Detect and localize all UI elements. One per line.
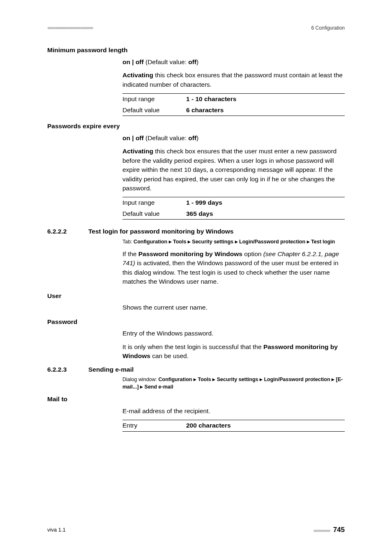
minpw-onoff-val: off	[188, 58, 196, 65]
para-6222: If the Password monitoring by Windows op…	[122, 250, 345, 287]
expire-table: Input range 1 - 999 days Default value 3…	[122, 197, 345, 220]
heading-min-pw-length: Minimum password length	[47, 46, 345, 55]
pw-t2-c: can be used.	[150, 352, 189, 359]
dlg-pre: Dialog window:	[122, 377, 159, 382]
minpw-r1-c2: 1 - 10 characters	[186, 95, 236, 104]
mailto-r1-c2: 200 characters	[186, 421, 231, 430]
user-text: Shows the current user name.	[122, 303, 345, 312]
header-dots: ■■■■■■■■■■■■■■■■■■■■■■	[47, 25, 93, 31]
minpw-onoff-post: )	[196, 58, 198, 65]
heading-6223-title: Sending e-mail	[88, 365, 134, 374]
heading-6223-num: 6.2.2.3	[47, 365, 88, 374]
minpw-desc-pre: Activating	[122, 72, 153, 79]
expire-onoff-post: )	[196, 134, 198, 141]
table-row: Entry 200 characters	[122, 420, 345, 431]
expire-r1-c1: Input range	[122, 198, 186, 207]
heading-pw-expire: Passwords expire every	[47, 122, 345, 131]
tab-pre: Tab:	[122, 239, 134, 245]
page-number: 745	[333, 526, 345, 534]
mailto-table: Entry 200 characters	[122, 420, 345, 431]
p6222-a: If the	[122, 250, 138, 257]
heading-6222: 6.2.2.2 Test login for password monitori…	[47, 227, 345, 236]
expire-desc-rest: this check box ensures that the user mus…	[122, 148, 337, 192]
expire-desc: Activating this check box ensures that t…	[122, 147, 345, 193]
pw-text2: It is only when the test login is succes…	[122, 342, 345, 361]
page-footer: viva 1.1 ■■■■■■■■ 745	[47, 525, 345, 535]
footer-left: viva 1.1	[47, 526, 66, 534]
table-row: Input range 1 - 10 characters	[122, 94, 345, 104]
minpw-r1-c1: Input range	[122, 95, 186, 104]
expire-onoff-mid: (Default value:	[144, 134, 189, 141]
table-row: Default value 6 characters	[122, 105, 345, 116]
p6222-b: Password monitoring by Windows	[138, 250, 242, 257]
footer-right: ■■■■■■■■ 745	[314, 525, 345, 535]
minpw-desc: Activating this check box ensures that t…	[122, 71, 345, 89]
expire-desc-pre: Activating	[122, 148, 153, 155]
heading-6222-title: Test login for password monitoring by Wi…	[88, 227, 234, 236]
expire-r1-c2: 1 - 999 days	[186, 198, 222, 207]
heading-user: User	[47, 291, 345, 301]
mailto-text: E-mail address of the recipient.	[122, 407, 345, 416]
p6222-c: option	[242, 250, 263, 257]
minpw-r2-c2: 6 characters	[186, 106, 224, 115]
running-header: ■■■■■■■■■■■■■■■■■■■■■■ 6 Configuration	[47, 25, 345, 32]
tab-caption-6222: Tab: Configuration ▸ Tools ▸ Security se…	[122, 238, 345, 245]
minpw-table: Input range 1 - 10 characters Default va…	[122, 93, 345, 116]
minpw-onoff-pre: on | off	[122, 58, 144, 65]
table-row: Input range 1 - 999 days	[122, 197, 345, 208]
header-chapter: 6 Configuration	[311, 25, 345, 32]
minpw-r2-c1: Default value	[122, 106, 186, 115]
pw-t2-a: It is only when the test login is succes…	[122, 343, 263, 350]
expire-onoff-pre: on | off	[122, 134, 144, 141]
dlg-caption-6223: Dialog window: Configuration ▸ Tools ▸ S…	[122, 376, 345, 391]
heading-6223: 6.2.2.3 Sending e-mail	[47, 365, 345, 374]
pw-text1: Entry of the Windows password.	[122, 329, 345, 338]
expire-r2-c1: Default value	[122, 209, 186, 218]
table-row: Default value 365 days	[122, 208, 345, 219]
heading-mailto: Mail to	[47, 395, 345, 404]
heading-6222-num: 6.2.2.2	[47, 227, 88, 236]
minpw-onoff-mid: (Default value:	[144, 58, 189, 65]
p6222-e: is activated, then the Windows password …	[122, 259, 339, 285]
expire-onoff: on | off (Default value: off)	[122, 134, 345, 143]
minpw-onoff: on | off (Default value: off)	[122, 58, 345, 67]
minpw-desc-rest: this check box ensures that the password…	[122, 72, 343, 88]
expire-onoff-val: off	[188, 134, 196, 141]
heading-password: Password	[47, 317, 345, 326]
mailto-r1-c1: Entry	[122, 421, 186, 430]
footer-dots: ■■■■■■■■	[314, 528, 330, 533]
tab-bold: Configuration ▸ Tools ▸ Security setting…	[134, 239, 335, 245]
expire-r2-c2: 365 days	[186, 209, 213, 218]
